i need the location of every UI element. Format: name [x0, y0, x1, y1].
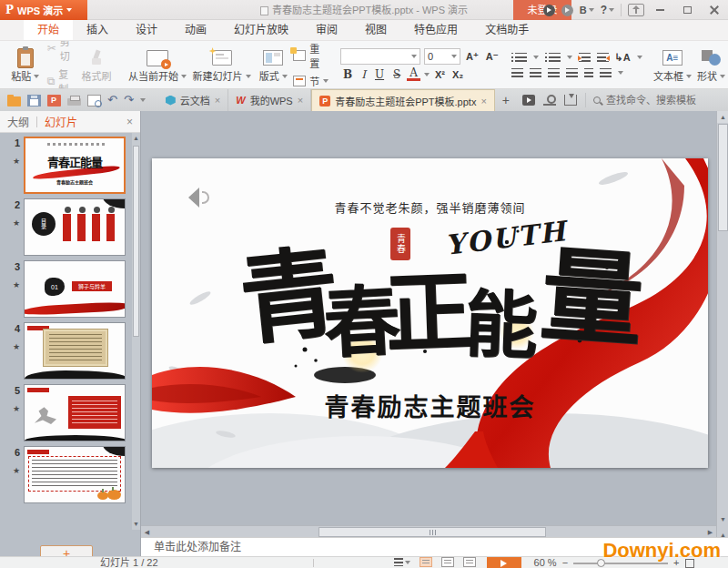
section-button[interactable]: 节	[293, 74, 329, 88]
underline-button[interactable]: U	[372, 68, 387, 81]
numbered-list-button[interactable]	[549, 53, 561, 63]
tab-design[interactable]: 设计	[122, 20, 171, 40]
open-icon[interactable]	[7, 96, 21, 106]
share-icon[interactable]	[628, 4, 644, 16]
decrease-indent-button[interactable]	[579, 53, 591, 63]
tab-doc-assistant[interactable]: 文档助手	[471, 20, 542, 40]
align-left-button[interactable]	[511, 68, 523, 78]
vertical-scrollbar[interactable]: ▲ ▼ ▲ ▼	[716, 111, 728, 556]
scroll-down-icon[interactable]: ▼	[717, 513, 728, 525]
skin-icon[interactable]	[561, 5, 573, 16]
undo-icon[interactable]: ↶	[107, 94, 117, 106]
save-icon[interactable]	[27, 95, 41, 106]
slide-1-editor[interactable]: 青春不觉老朱颜，强半销磨薄领间 青 春 正 能 量 YOUTH 青春 青春励志主…	[152, 158, 708, 468]
slide-main-title[interactable]: 青春励志主题班会	[152, 388, 708, 423]
close-panel-icon[interactable]: ×	[126, 116, 133, 128]
tab-insert[interactable]: 插入	[73, 20, 122, 40]
reading-view-button[interactable]	[463, 557, 476, 567]
close-tab-icon[interactable]: ×	[298, 95, 303, 106]
zoom-out-button[interactable]: −	[562, 557, 568, 568]
strikethrough-button[interactable]: S	[390, 68, 403, 81]
slide-thumbnail-3[interactable]: 3 ★ 01 狮子与羚羊	[0, 260, 132, 318]
reset-button[interactable]: 重置	[293, 41, 329, 70]
redo-icon[interactable]: ↷	[124, 94, 134, 106]
print-icon[interactable]	[67, 98, 81, 106]
wps-logo-menu[interactable]: P WPS 演示	[0, 0, 87, 20]
tab-current-presentation[interactable]: P 青春励志主题班会PPT模板.pptx ×	[311, 89, 495, 111]
paste-button[interactable]: 粘贴	[4, 47, 47, 83]
subscript-button[interactable]: X₂	[450, 69, 465, 80]
superscript-button[interactable]: X²	[433, 69, 447, 80]
new-slide-button[interactable]: 新建幻灯片	[190, 47, 254, 83]
shapes-button[interactable]: 形状	[693, 47, 728, 83]
panel-scrollbar[interactable]: ▲ ▼	[132, 133, 140, 530]
close-tab-icon[interactable]: ×	[480, 96, 486, 106]
tab-slideshow[interactable]: 幻灯片放映	[220, 20, 302, 40]
slide-thumbnail-4[interactable]: 4 ★	[0, 322, 132, 380]
collaborate-icon[interactable]	[543, 95, 556, 106]
style-menu-icon[interactable]: B	[580, 5, 594, 15]
line-spacing-button[interactable]	[600, 68, 612, 78]
cut-button[interactable]: ✂剪切	[47, 41, 77, 63]
italic-button[interactable]: I	[359, 68, 369, 81]
slide-thumbnail-6[interactable]: 6 ★	[0, 446, 132, 503]
maximize-button[interactable]	[673, 0, 701, 20]
feedback-icon[interactable]	[543, 5, 555, 16]
slide-thumbnail-5[interactable]: 5 ★	[0, 384, 132, 441]
font-size-select[interactable]: 0	[424, 48, 460, 65]
scrollbar-thumb[interactable]	[318, 527, 546, 537]
close-button[interactable]	[701, 0, 728, 20]
scrollbar-thumb[interactable]	[718, 124, 728, 231]
slide-thumbnail-2[interactable]: 2 ★ 目录	[0, 198, 132, 256]
scroll-up-icon[interactable]: ▲	[132, 133, 140, 144]
tab-cloud-docs[interactable]: 云文档 ×	[158, 89, 228, 111]
normal-view-button[interactable]	[420, 557, 432, 567]
thumbnail-image[interactable]	[24, 322, 126, 380]
command-search[interactable]	[585, 93, 721, 107]
increase-font-button[interactable]: A⁺	[464, 51, 480, 63]
scrollbar-thumb[interactable]	[133, 146, 139, 337]
slide-layout-button[interactable]: 版式	[253, 47, 293, 83]
text-direction-button[interactable]: ↳A	[615, 52, 631, 64]
font-color-button[interactable]: A	[407, 67, 420, 81]
slideshow-view-icon[interactable]	[522, 95, 535, 106]
play-slideshow-button[interactable]	[487, 557, 521, 568]
thumbnail-image[interactable]: 01 狮子与羚羊	[24, 260, 126, 318]
text-box-button[interactable]: A≡ 文本框	[652, 47, 693, 83]
tab-my-wps[interactable]: W 我的WPS ×	[228, 89, 311, 111]
outline-tab[interactable]: 大纲	[7, 114, 29, 129]
scroll-up-icon[interactable]: ▲	[717, 111, 728, 123]
bold-button[interactable]: B	[340, 68, 355, 81]
slide-thumbnail-1[interactable]: 1 ★ 青春正能量 青春励志主题班会	[0, 137, 132, 194]
align-right-button[interactable]	[548, 68, 560, 78]
play-from-current-button[interactable]: 从当前开始	[125, 47, 190, 83]
help-icon[interactable]: ?	[601, 4, 614, 16]
bullet-list-button[interactable]	[515, 53, 527, 63]
tab-animation[interactable]: 动画	[171, 20, 220, 40]
increase-indent-button[interactable]	[597, 53, 609, 63]
tab-review[interactable]: 审阅	[302, 20, 351, 40]
copy-button[interactable]: ⧉复制	[47, 66, 77, 89]
thumbnail-image[interactable]	[24, 384, 126, 441]
import-icon[interactable]	[564, 95, 577, 106]
export-pdf-icon[interactable]	[47, 95, 61, 106]
close-tab-icon[interactable]: ×	[215, 95, 220, 106]
minimize-button[interactable]	[646, 0, 673, 20]
thumbnail-image[interactable]	[24, 446, 126, 503]
print-preview-icon[interactable]	[87, 95, 101, 106]
chevron-down-icon[interactable]	[424, 73, 430, 76]
tab-home[interactable]: 开始	[24, 20, 73, 40]
format-painter-button[interactable]: 格式刷	[77, 47, 116, 83]
scroll-down-icon[interactable]: ▼	[132, 519, 140, 530]
distribute-button[interactable]	[584, 68, 593, 78]
tab-view[interactable]: 视图	[351, 20, 400, 40]
horizontal-scrollbar[interactable]: ◀ ▶	[141, 525, 716, 537]
tab-special-features[interactable]: 特色应用	[400, 20, 471, 40]
decrease-font-button[interactable]: A⁻	[484, 51, 500, 63]
justify-button[interactable]	[566, 68, 578, 78]
customize-toolbar-icon[interactable]	[140, 98, 146, 102]
search-input[interactable]	[604, 94, 721, 106]
slides-tab[interactable]: 幻灯片	[45, 114, 77, 129]
new-tab-button[interactable]: +	[495, 89, 517, 111]
thumbnail-image[interactable]: 目录	[24, 198, 126, 256]
